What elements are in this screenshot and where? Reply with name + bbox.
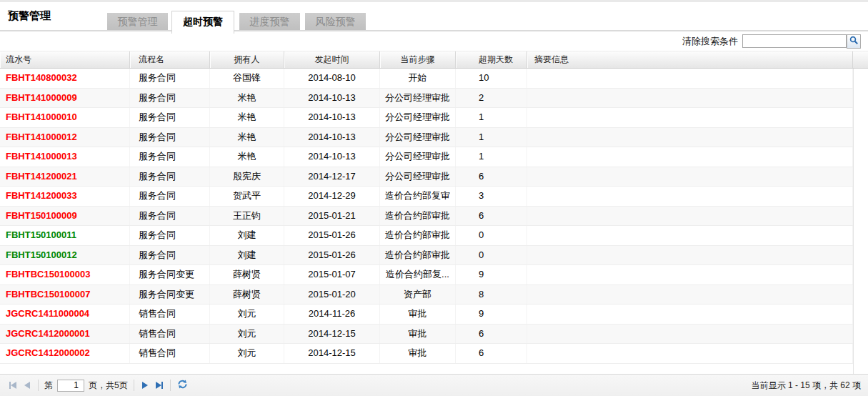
scrollbar-track[interactable]: [853, 69, 868, 374]
column-header-serial[interactable]: 流水号: [0, 51, 130, 68]
cell-summary: [527, 89, 853, 108]
previous-page-button[interactable]: [20, 378, 34, 392]
cell-current-step: 审批: [380, 344, 456, 363]
table-row[interactable]: FBHT150100012服务合同刘建2015-01-26造价合约部审批0: [0, 246, 868, 266]
cell-serial[interactable]: FBHTBC150100007: [0, 285, 130, 305]
cell-owner: 米艳: [210, 108, 284, 127]
title-band: 预警管理 预警管理 超时预警 进度预警 风险预警: [0, 2, 868, 31]
cell-current-step: 分公司经理审批: [380, 167, 456, 187]
first-page-button[interactable]: [6, 378, 20, 392]
cell-current-step: 资产部: [380, 285, 456, 305]
table-row[interactable]: FBHT150100011服务合同刘建2015-01-26造价合约部审批0: [0, 226, 868, 246]
search-icon: [849, 35, 859, 48]
cell-serial[interactable]: FBHTBC150100003: [0, 265, 130, 284]
cell-overdue-days: 1: [456, 128, 527, 147]
table-row[interactable]: FBHT141200033服务合同贺武平2014-12-29造价合约部复审3: [0, 187, 868, 207]
cell-serial[interactable]: FBHT150100009: [0, 207, 130, 226]
cell-serial[interactable]: FBHT141000010: [0, 108, 130, 127]
tab-risk-warning[interactable]: 风险预警: [305, 13, 366, 31]
page-prefix-label: 第: [44, 380, 53, 392]
cell-owner: 薛树贤: [210, 285, 284, 305]
tab-progress-warning[interactable]: 进度预警: [239, 13, 300, 31]
column-header-start-date[interactable]: 发起时间: [284, 51, 380, 68]
cell-overdue-days: 6: [456, 207, 527, 226]
cell-serial[interactable]: FBHT150100012: [0, 246, 130, 265]
cell-owner: 米艳: [210, 147, 284, 167]
table-row[interactable]: FBHT141000010服务合同米艳2014-10-13分公司经理审批1: [0, 108, 868, 128]
cell-owner: 贺武平: [210, 187, 284, 206]
cell-owner: 刘建: [210, 246, 284, 265]
cell-serial[interactable]: FBHT141000012: [0, 128, 130, 147]
refresh-button[interactable]: [176, 378, 190, 392]
tab-warning-management[interactable]: 预警管理: [107, 13, 168, 31]
search-button[interactable]: [847, 34, 861, 49]
column-header-overdue-days[interactable]: 超期天数: [456, 51, 527, 68]
search-bar: 清除搜索条件: [0, 31, 868, 51]
cell-serial[interactable]: FBHT141000009: [0, 89, 130, 108]
search-input[interactable]: [742, 34, 847, 48]
column-header-process[interactable]: 流程名: [130, 51, 210, 68]
table-row[interactable]: FBHT150100009服务合同王正钧2015-01-21造价合约部审批6: [0, 207, 868, 227]
cell-process: 服务合同变更: [130, 265, 210, 284]
column-header-current-step[interactable]: 当前步骤: [380, 51, 456, 68]
cell-start-date: 2014-08-10: [284, 69, 380, 88]
cell-start-date: 2014-12-15: [284, 325, 380, 344]
cell-summary: [527, 207, 853, 226]
cell-serial[interactable]: FBHT141200021: [0, 167, 130, 187]
tab-underline: [0, 30, 868, 31]
cell-start-date: 2014-11-26: [284, 305, 380, 324]
cell-summary: [527, 226, 853, 245]
table-row[interactable]: FBHT141000009服务合同米艳2014-10-13分公司经理审批2: [0, 89, 868, 109]
cell-owner: 王正钧: [210, 207, 284, 226]
table-row[interactable]: FBHTBC150100007服务合同变更薛树贤2015-01-20资产部8: [0, 285, 868, 305]
cell-serial[interactable]: JGCRC1411000004: [0, 305, 130, 324]
page-number-input[interactable]: [57, 380, 84, 392]
cell-current-step: 审批: [380, 305, 456, 324]
table-row[interactable]: FBHT141000013服务合同米艳2014-10-13分公司经理审批1: [0, 147, 868, 167]
cell-overdue-days: 0: [456, 246, 527, 265]
cell-current-step: 造价合约部审批: [380, 246, 456, 265]
cell-serial[interactable]: FBHT150100011: [0, 226, 130, 245]
cell-current-step: 审批: [380, 325, 456, 344]
table-row[interactable]: JGCRC1411000004销售合同刘元2014-11-26审批9: [0, 305, 868, 325]
cell-summary: [527, 147, 853, 167]
column-header-spacer: [853, 51, 868, 68]
cell-current-step: 造价合约部复审: [380, 187, 456, 206]
cell-serial[interactable]: JGCRC1412000001: [0, 325, 130, 344]
table-row[interactable]: FBHT140800032服务合同谷国锋2014-08-10开始10: [0, 69, 868, 89]
next-page-button[interactable]: [138, 378, 152, 392]
table-row[interactable]: FBHT141200021服务合同殷宪庆2014-12-17分公司经理审批6: [0, 167, 868, 187]
column-header-owner[interactable]: 拥有人: [210, 51, 284, 68]
cell-serial[interactable]: JGCRC1412000002: [0, 344, 130, 363]
separator: [134, 380, 134, 391]
cell-overdue-days: 3: [456, 187, 527, 206]
cell-summary: [527, 344, 853, 363]
cell-overdue-days: 9: [456, 305, 527, 324]
table-row[interactable]: JGCRC1412000002销售合同刘元2014-12-15审批6: [0, 344, 868, 364]
cell-current-step: 造价合约部审批: [380, 226, 456, 245]
cell-current-step: 分公司经理审批: [380, 108, 456, 127]
refresh-icon: [177, 379, 188, 392]
cell-start-date: 2014-10-13: [284, 128, 380, 147]
table-row[interactable]: FBHTBC150100003服务合同变更薛树贤2015-01-07造价合约部复…: [0, 265, 868, 285]
clear-search-button[interactable]: 清除搜索条件: [682, 35, 738, 48]
cell-start-date: 2015-01-21: [284, 207, 380, 226]
table-row[interactable]: JGCRC1412000001销售合同刘元2014-12-15审批6: [0, 325, 868, 345]
grid-header: 流水号流程名拥有人发起时间当前步骤超期天数摘要信息: [0, 51, 868, 69]
cell-process: 服务合同: [130, 69, 210, 88]
cell-serial[interactable]: FBHT140800032: [0, 69, 130, 88]
cell-current-step: 造价合约部复...: [380, 265, 456, 284]
cell-summary: [527, 167, 853, 187]
cell-summary: [527, 246, 853, 265]
cell-overdue-days: 1: [456, 147, 527, 167]
previous-page-icon: [24, 382, 30, 389]
last-page-button[interactable]: [152, 378, 166, 392]
cell-serial[interactable]: FBHT141200033: [0, 187, 130, 206]
tab-overtime-warning[interactable]: 超时预警: [171, 11, 234, 34]
cell-serial[interactable]: FBHT141000013: [0, 147, 130, 167]
cell-start-date: 2014-12-17: [284, 167, 380, 187]
table-row[interactable]: FBHT141000012服务合同米艳2014-10-13分公司经理审批1: [0, 128, 868, 148]
cell-overdue-days: 9: [456, 265, 527, 284]
column-header-summary[interactable]: 摘要信息: [527, 51, 853, 68]
display-range-status: 当前显示 1 - 15 项，共 62 项: [752, 380, 861, 392]
